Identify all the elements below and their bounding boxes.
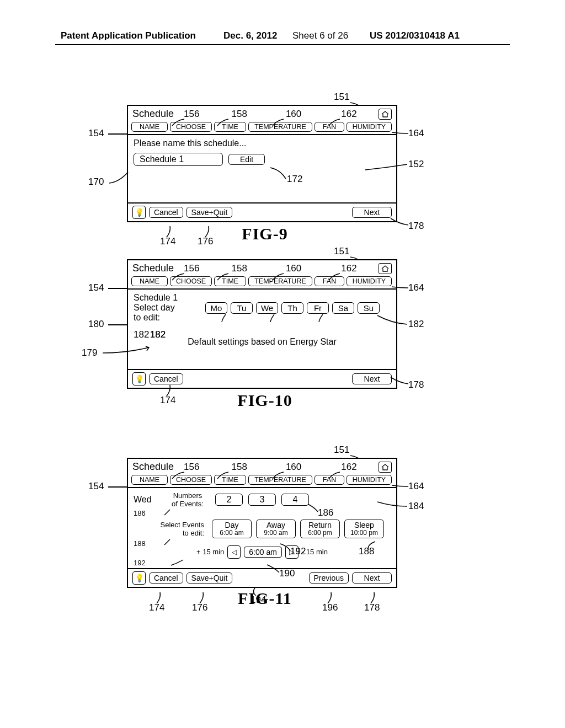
day-row: Mo Tu We Th Fr Sa Su	[205, 302, 380, 314]
schedule-name-input[interactable]: Schedule 1	[134, 153, 223, 166]
ref-180: 180	[88, 319, 104, 330]
event-away[interactable]: Away 9:00 am	[256, 520, 296, 538]
ref-156: 156	[184, 109, 199, 119]
select-events-label-1: Select Events	[134, 521, 204, 529]
lightbulb-icon: 💡	[135, 574, 144, 582]
ref-160: 160	[286, 462, 301, 472]
tab-name[interactable]: NAME	[131, 475, 168, 485]
ref-192: 192	[134, 559, 167, 567]
figure-label-10: FIG-10	[204, 391, 326, 410]
home-icon[interactable]	[379, 462, 392, 473]
lightbulb-icon: 💡	[135, 208, 144, 216]
previous-button[interactable]: Previous	[309, 572, 349, 584]
titlebar: Schedule 156 158 160 162	[128, 106, 396, 121]
help-icon[interactable]: 💡	[132, 571, 146, 585]
day-th[interactable]: Th	[281, 302, 303, 314]
ref-162: 162	[341, 462, 356, 472]
event-name: Return	[301, 521, 339, 529]
event-return[interactable]: Return 6:00 pm	[300, 520, 340, 538]
panel-fig11: Schedule 156 158 160 162 NA	[127, 458, 397, 588]
day-su[interactable]: Su	[358, 302, 380, 314]
panel-body: Wed Numbers of Events: 2 3 4 186	[128, 488, 396, 568]
help-icon[interactable]: 💡	[132, 372, 146, 386]
ref-179: 179	[82, 347, 97, 358]
tab-humidity[interactable]: HUMIDITY	[347, 122, 392, 132]
ref-160: 160	[286, 263, 301, 274]
select-day-label-1: Select day	[134, 303, 200, 313]
footer: 💡 Cancel Save+Quit Next	[128, 202, 396, 221]
event-sleep[interactable]: Sleep 10:00 pm	[344, 520, 384, 538]
footer: 💡 Cancel Save+Quit Previous Next	[128, 568, 396, 587]
panel-body: Please name this schedule... Schedule 1 …	[128, 135, 396, 202]
tab-humidity[interactable]: HUMIDITY	[347, 276, 392, 286]
day-label: Wed	[134, 495, 160, 505]
ref-164: 164	[408, 481, 424, 492]
header-sheet: Sheet 6 of 26	[292, 30, 348, 41]
cancel-button[interactable]: Cancel	[149, 373, 183, 384]
help-icon[interactable]: 💡	[132, 206, 146, 219]
ref-154: 154	[88, 481, 104, 492]
num-events-label-2: of Events:	[166, 500, 210, 508]
header-pubno: US 2012/0310418 A1	[370, 30, 460, 41]
lightbulb-icon: 💡	[135, 375, 144, 383]
header-publication: Patent Application Publication	[61, 30, 196, 41]
tab-humidity[interactable]: HUMIDITY	[347, 475, 392, 485]
ref-151: 151	[334, 246, 349, 257]
schedule-name-label: Schedule 1	[134, 293, 200, 303]
ref-158: 158	[232, 109, 247, 119]
figure-11: 151 Schedule 156 158 160 162	[127, 458, 397, 608]
num-events-2[interactable]: 2	[215, 494, 243, 506]
titlebar: Schedule 156 158 160 162	[128, 260, 396, 275]
figure-9: 151 Schedule 156 158 160 162	[127, 105, 397, 243]
ref-178: 178	[408, 221, 424, 232]
day-sa[interactable]: Sa	[332, 302, 354, 314]
tab-row: NAME CHOOSE TIME TEMPERATURE FAN HUMIDIT…	[128, 275, 396, 290]
day-mo[interactable]: Mo	[205, 302, 227, 314]
event-time: 9:00 am	[257, 529, 295, 537]
home-icon[interactable]	[379, 263, 392, 274]
day-we[interactable]: We	[256, 302, 278, 314]
num-events-4[interactable]: 4	[281, 494, 309, 506]
next-button[interactable]: Next	[352, 572, 392, 584]
next-button[interactable]: Next	[352, 373, 392, 384]
tab-name[interactable]: NAME	[131, 122, 168, 132]
panel-fig9: Schedule 156 158 160 162	[127, 105, 397, 222]
ref-178: 178	[408, 379, 424, 390]
edit-button[interactable]: Edit	[228, 154, 265, 165]
tab-name[interactable]: NAME	[131, 276, 168, 286]
day-fr[interactable]: Fr	[307, 302, 329, 314]
step-left-button[interactable]: ◁	[227, 545, 241, 559]
home-icon[interactable]	[379, 109, 392, 120]
ref-154: 154	[88, 282, 104, 293]
ref-162: 162	[341, 109, 356, 119]
num-events-3[interactable]: 3	[248, 494, 276, 506]
ref-156: 156	[184, 263, 199, 274]
ref-184: 184	[408, 501, 424, 512]
select-events-label-2: to edit:	[134, 529, 204, 537]
ref-160: 160	[286, 109, 301, 119]
day-tu[interactable]: Tu	[231, 302, 253, 314]
num-events-label-1: Numbers	[166, 491, 210, 500]
event-time: 6:00 am	[212, 529, 251, 537]
ref-192: 192	[290, 546, 306, 557]
figure-label-9: FIG-9	[210, 224, 320, 243]
panel-body: Schedule 1 Select day to edit: Mo Tu We …	[128, 290, 396, 369]
ref-152: 152	[408, 159, 424, 170]
cancel-button[interactable]: Cancel	[149, 207, 183, 218]
save-quit-button[interactable]: Save+Quit	[186, 572, 233, 584]
ref-170: 170	[88, 176, 104, 188]
tab-row: NAME CHOOSE TIME TEMPERATURE FAN HUMIDIT…	[128, 121, 396, 135]
prompt-text: Please name this schedule...	[134, 138, 391, 148]
next-button[interactable]: Next	[352, 207, 392, 218]
save-quit-button[interactable]: Save+Quit	[186, 207, 233, 218]
ref-186: 186	[318, 507, 333, 518]
cancel-button[interactable]: Cancel	[149, 572, 183, 584]
event-name: Day	[212, 521, 251, 529]
event-name: Sleep	[345, 521, 383, 529]
event-name: Away	[257, 521, 295, 529]
ref-190: 190	[279, 568, 295, 579]
select-day-label-2: to edit:	[134, 313, 200, 323]
event-day[interactable]: Day 6:00 am	[212, 520, 252, 538]
events-row: Day 6:00 am Away 9:00 am Return 6:00 pm	[212, 520, 384, 538]
ref-156: 156	[184, 462, 199, 472]
